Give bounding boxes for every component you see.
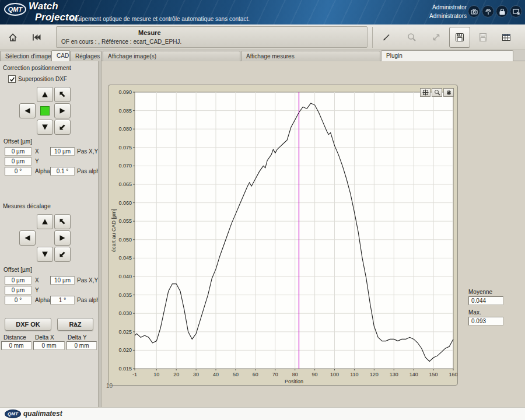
zoom-button[interactable] bbox=[401, 27, 422, 48]
correction-offset-y-field[interactable]: 0 µm bbox=[5, 157, 32, 166]
svg-text:0.030: 0.030 bbox=[118, 310, 132, 316]
arrow-up-left-icon bbox=[59, 91, 66, 98]
position-indicator-cell bbox=[37, 103, 53, 118]
watchprojector-window: QMT Watch Projector Équipement optique d… bbox=[0, 0, 525, 420]
svg-text:0.045: 0.045 bbox=[118, 255, 132, 261]
hand-icon bbox=[446, 89, 452, 96]
restart-button[interactable] bbox=[26, 27, 47, 48]
mesures-alpha-field[interactable]: 0 ° bbox=[5, 296, 32, 304]
magnifier-icon bbox=[407, 32, 417, 43]
rotate-ccw-button[interactable] bbox=[54, 87, 71, 102]
mesures-move-right-button[interactable] bbox=[54, 230, 71, 246]
svg-text:écart au CAD [µm]: écart au CAD [µm] bbox=[111, 209, 117, 252]
mesures-move-down-button[interactable] bbox=[37, 247, 53, 262]
mesures-offset-y-field[interactable]: 0 µm bbox=[5, 286, 32, 295]
tab-affichage-mesures[interactable]: Affichage mesures bbox=[241, 51, 380, 61]
raz-button[interactable]: RàZ bbox=[57, 318, 93, 331]
svg-text:Position: Position bbox=[285, 379, 303, 384]
move-left-button[interactable] bbox=[19, 103, 36, 118]
home-icon bbox=[8, 32, 18, 43]
svg-text:140: 140 bbox=[410, 372, 418, 377]
graph-cursor-tool-button[interactable] bbox=[420, 88, 430, 97]
mesures-offset-y-label: Y bbox=[35, 286, 39, 295]
skip-back-icon bbox=[31, 32, 41, 43]
correction-offset-y-label: Y bbox=[35, 158, 39, 166]
svg-text:0.025: 0.025 bbox=[118, 329, 132, 335]
superposition-dxf-label: Superposition DXF bbox=[18, 75, 67, 83]
footer-brand: qualimatest bbox=[23, 410, 62, 418]
svg-text:50: 50 bbox=[233, 372, 239, 377]
mesures-move-left-button[interactable] bbox=[19, 230, 36, 246]
correction-alpha-field[interactable]: 0 ° bbox=[5, 167, 32, 176]
correction-pas-xy-label: Pas X,Y bbox=[77, 148, 98, 156]
correction-alpha-label: Alpha bbox=[35, 167, 50, 176]
footer-logo-text: QMT bbox=[8, 411, 18, 416]
arrow-down-left-icon bbox=[59, 251, 66, 258]
qmt-logo-text: QMT bbox=[8, 6, 22, 13]
arrow-left-icon bbox=[24, 107, 31, 114]
mesures-offset-title: Offset [µm] bbox=[4, 267, 32, 273]
measurement-chart[interactable]: 0.0150.0200.0250.0300.0350.0400.0450.050… bbox=[108, 85, 457, 385]
svg-text:0.080: 0.080 bbox=[118, 126, 132, 132]
save-image-button[interactable] bbox=[473, 27, 494, 48]
tab-reglages[interactable]: Réglages bbox=[70, 51, 102, 61]
save-image-icon bbox=[478, 32, 488, 43]
plugin-content: 0.0150.0200.0250.0300.0350.0400.0450.050… bbox=[102, 61, 525, 407]
mesures-rotate-cw-button[interactable] bbox=[54, 247, 71, 262]
export-table-button[interactable] bbox=[496, 27, 517, 48]
table-grid-icon bbox=[501, 32, 512, 43]
tab-affichage-images[interactable]: Affichage image(s) bbox=[103, 51, 240, 61]
correction-pas-xy-field[interactable]: 10 µm bbox=[50, 147, 75, 156]
max-value: 0.093 bbox=[468, 317, 503, 326]
svg-text:0.090: 0.090 bbox=[118, 89, 132, 95]
distance-value: 0 mm bbox=[1, 341, 32, 350]
svg-text:70: 70 bbox=[272, 372, 278, 377]
correction-offset-x-field[interactable]: 0 µm bbox=[5, 147, 32, 156]
draw-line-button[interactable] bbox=[376, 27, 397, 48]
check-icon bbox=[9, 76, 15, 82]
arrow-up-left-icon bbox=[59, 218, 66, 225]
app-title-line1: Watch bbox=[29, 1, 79, 11]
mesures-move-up-button[interactable] bbox=[37, 214, 53, 229]
publish-button[interactable] bbox=[482, 5, 494, 18]
lock-icon bbox=[498, 8, 506, 16]
svg-text:10: 10 bbox=[153, 372, 159, 377]
export-screen-button[interactable] bbox=[510, 5, 522, 18]
tab-plugin[interactable]: Plugin bbox=[381, 50, 513, 61]
svg-text:0.085: 0.085 bbox=[118, 108, 132, 114]
app-header: QMT Watch Projector Équipement optique d… bbox=[0, 0, 525, 24]
move-right-button[interactable] bbox=[54, 103, 71, 118]
camera-icon bbox=[470, 8, 478, 16]
move-up-button[interactable] bbox=[37, 87, 53, 102]
camera-button[interactable] bbox=[468, 5, 480, 18]
correction-pas-alpha-field[interactable]: 0.1 ° bbox=[50, 167, 75, 176]
mesures-rotate-ccw-button[interactable] bbox=[54, 214, 71, 229]
svg-text:110: 110 bbox=[350, 372, 358, 377]
fit-view-button[interactable] bbox=[426, 27, 447, 48]
svg-text:40: 40 bbox=[213, 372, 219, 377]
delta-x-label: Delta X bbox=[35, 334, 54, 342]
qmt-footer-logo: QMT bbox=[5, 410, 21, 418]
mesures-pas-alpha-field[interactable]: 1 ° bbox=[50, 296, 75, 304]
max-label: Max. bbox=[468, 309, 481, 317]
dxf-ok-button[interactable]: DXF OK bbox=[5, 318, 51, 331]
save-button[interactable] bbox=[449, 27, 470, 48]
arrow-down-left-icon bbox=[59, 124, 66, 131]
graph-pan-tool-button[interactable] bbox=[443, 88, 454, 97]
superposition-dxf-checkbox[interactable] bbox=[8, 75, 16, 83]
move-down-button[interactable] bbox=[37, 120, 53, 135]
tab-cad[interactable]: CAD bbox=[51, 50, 70, 61]
mesures-pas-xy-field[interactable]: 10 µm bbox=[50, 276, 75, 285]
lock-button[interactable] bbox=[496, 5, 508, 18]
arrow-left-icon bbox=[24, 235, 31, 242]
measure-subtitle: OF en cours : , Référence : ecart_CAD_EP… bbox=[61, 38, 181, 45]
antenna-icon bbox=[484, 8, 492, 16]
svg-text:0.040: 0.040 bbox=[118, 274, 132, 279]
graph-zoom-tool-button[interactable] bbox=[432, 88, 442, 97]
mesures-pas-xy-label: Pas X,Y bbox=[77, 276, 98, 285]
measure-info-box: Mesure OF en cours : , Référence : ecart… bbox=[56, 26, 368, 48]
mesures-offset-x-field[interactable]: 0 µm bbox=[5, 276, 32, 285]
home-button[interactable] bbox=[2, 27, 23, 48]
tab-selection-image[interactable]: Sélection d'image bbox=[0, 51, 51, 61]
rotate-cw-button[interactable] bbox=[54, 120, 71, 135]
